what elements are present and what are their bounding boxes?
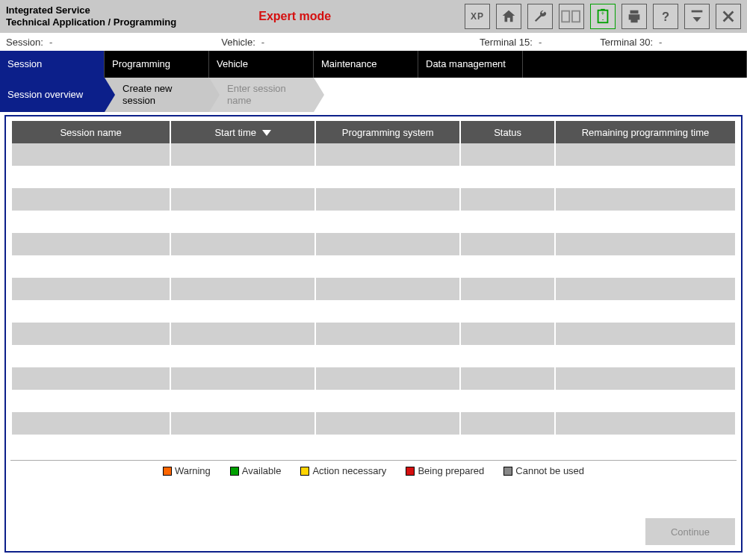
battery-button[interactable]: +- [590, 4, 616, 29]
main-panel: Session name Start time Programming syst… [4, 115, 743, 553]
top-header-buttons: XP +- ? [465, 4, 741, 29]
dual-pane-icon [561, 8, 582, 25]
col-start-time[interactable]: Start time [171, 121, 314, 143]
tab-programming[interactable]: Programming [105, 51, 209, 78]
svg-rect-7 [692, 10, 703, 13]
status-vehicle-value: - [261, 37, 264, 48]
status-t30-value: - [659, 37, 662, 48]
action-swatch-icon [300, 467, 309, 476]
collapse-button[interactable] [684, 4, 710, 29]
table-row[interactable] [12, 211, 735, 233]
legend-warning: Warning [163, 465, 211, 476]
svg-rect-1 [572, 11, 580, 22]
table-row[interactable] [12, 188, 735, 211]
svg-rect-0 [562, 11, 569, 22]
settings-button[interactable] [527, 4, 553, 29]
bc-create-new-session[interactable]: Create new session [105, 78, 209, 112]
footer: Continue [645, 518, 735, 545]
home-button[interactable] [496, 4, 521, 29]
help-icon: ? [657, 8, 674, 25]
legend-cannot-be-used: Cannot be used [503, 465, 584, 476]
session-table-body [12, 143, 735, 457]
col-session-name[interactable]: Session name [12, 121, 170, 143]
table-row[interactable] [12, 367, 735, 390]
session-table: Session name Start time Programming syst… [10, 121, 737, 457]
status-session-label: Session: [6, 37, 43, 48]
home-icon [500, 8, 517, 25]
tab-maintenance[interactable]: Maintenance [314, 51, 418, 78]
battery-icon: +- [595, 8, 611, 25]
close-button[interactable] [716, 4, 741, 29]
help-button[interactable]: ? [653, 4, 678, 29]
prepared-swatch-icon [406, 467, 415, 476]
legend-being-prepared: Being prepared [406, 465, 484, 476]
tab-data-management[interactable]: Data management [418, 51, 523, 78]
print-button[interactable] [622, 4, 647, 29]
status-t15-value: - [539, 37, 542, 48]
legend-available: Available [230, 465, 282, 476]
tab-extra-1[interactable] [695, 51, 747, 78]
app-title-line1: Integrated Service [6, 4, 176, 16]
continue-button: Continue [645, 518, 735, 545]
status-bar: Session: - Vehicle: - Terminal 15: - Ter… [0, 33, 747, 51]
warning-swatch-icon [163, 467, 172, 476]
secondary-nav: Session overview Create new session Ente… [0, 78, 747, 112]
collapse-icon [689, 8, 705, 25]
tab-session[interactable]: Session [0, 51, 105, 78]
legend-action-necessary: Action necessary [300, 465, 386, 476]
table-row[interactable] [12, 412, 735, 435]
table-row[interactable] [12, 166, 735, 188]
table-row[interactable] [12, 323, 735, 345]
col-remaining-time[interactable]: Remaining programming time [556, 121, 735, 143]
svg-text:?: ? [662, 10, 669, 23]
print-icon [626, 8, 642, 25]
close-icon [720, 8, 737, 25]
table-row[interactable] [12, 300, 735, 323]
table-row[interactable] [12, 390, 735, 412]
session-table-wrap: Session name Start time Programming syst… [10, 121, 737, 457]
available-swatch-icon [230, 467, 239, 476]
table-row[interactable] [12, 143, 735, 166]
status-t30-label: Terminal 30: [600, 37, 653, 48]
status-session-value: - [49, 37, 52, 48]
xp-button[interactable]: XP [465, 4, 490, 29]
svg-text:-: - [602, 16, 604, 23]
app-title-block: Integrated Service Technical Application… [6, 4, 176, 28]
table-row[interactable] [12, 278, 735, 300]
bc-session-overview[interactable]: Session overview [0, 78, 105, 112]
bc-enter-session-name: Enter session name [209, 78, 314, 112]
dual-pane-button[interactable] [559, 4, 584, 29]
table-row[interactable] [12, 345, 735, 367]
app-title-line2: Technical Application / Programming [6, 16, 176, 28]
primary-nav: Session Programming Vehicle Maintenance … [0, 51, 747, 78]
tab-filler [523, 51, 695, 78]
table-row[interactable] [12, 233, 735, 255]
table-row[interactable] [12, 255, 735, 278]
wrench-icon [532, 8, 548, 25]
legend: Warning Available Action necessary Being… [10, 460, 737, 479]
col-programming-system[interactable]: Programming system [316, 121, 459, 143]
cannot-swatch-icon [503, 467, 512, 476]
status-t15-label: Terminal 15: [480, 37, 533, 48]
status-vehicle-label: Vehicle: [221, 37, 255, 48]
tab-vehicle[interactable]: Vehicle [209, 51, 314, 78]
table-row[interactable] [12, 435, 735, 457]
col-status[interactable]: Status [461, 121, 554, 143]
top-header: Integrated Service Technical Application… [0, 0, 747, 33]
mode-badge: Expert mode [258, 10, 331, 23]
